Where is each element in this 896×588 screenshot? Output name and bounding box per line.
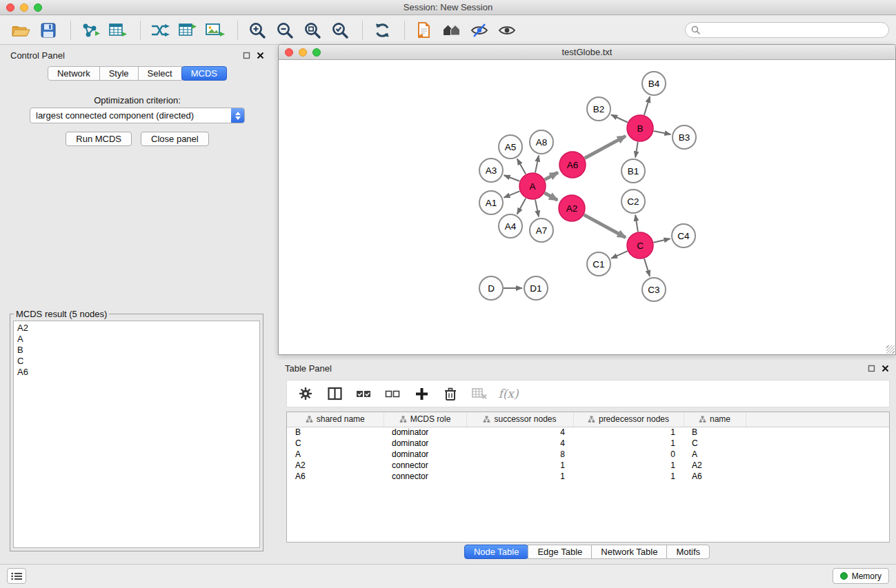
tab-node-table[interactable]: Node Table bbox=[464, 545, 529, 559]
network-node-B3[interactable]: B3 bbox=[673, 125, 696, 149]
run-mcds-button[interactable]: Run MCDS bbox=[66, 132, 132, 146]
close-network-window-button[interactable] bbox=[285, 48, 293, 57]
import-network-button[interactable] bbox=[78, 19, 103, 42]
network-edge-C-C2[interactable] bbox=[635, 215, 638, 232]
network-edge-C-C3[interactable] bbox=[644, 258, 650, 276]
network-node-B2[interactable]: B2 bbox=[587, 97, 610, 121]
zoom-fit-button[interactable] bbox=[300, 19, 325, 42]
network-node-A7[interactable]: A7 bbox=[530, 219, 553, 242]
network-node-D[interactable]: D bbox=[479, 276, 503, 300]
network-node-C4[interactable]: C4 bbox=[672, 224, 695, 247]
function-builder-button[interactable]: f(x) bbox=[497, 383, 520, 405]
network-edge-B-B4[interactable] bbox=[644, 97, 650, 115]
network-node-D1[interactable]: D1 bbox=[524, 276, 548, 300]
network-edge-A-A1[interactable] bbox=[504, 191, 520, 197]
tab-network-table[interactable]: Network Table bbox=[591, 545, 667, 559]
network-edge-A-A4[interactable] bbox=[517, 199, 526, 214]
network-edge-A-A6[interactable] bbox=[545, 172, 558, 179]
column-header-successor-nodes[interactable]: successor nodes bbox=[466, 412, 573, 427]
column-header-shared-name[interactable]: shared name bbox=[287, 412, 384, 427]
tab-select[interactable]: Select bbox=[138, 66, 182, 81]
mcds-result-item[interactable]: B bbox=[17, 345, 256, 356]
network-edge-B-B1[interactable] bbox=[635, 142, 638, 158]
network-node-A6[interactable]: A6 bbox=[559, 152, 586, 178]
network-node-A[interactable]: A bbox=[519, 173, 546, 199]
minimize-network-window-button[interactable] bbox=[299, 48, 307, 57]
network-edge-C-C1[interactable] bbox=[611, 251, 628, 258]
float-panel-button[interactable] bbox=[241, 50, 252, 61]
network-edge-A-A2[interactable] bbox=[544, 193, 557, 201]
welcome-screen-button[interactable] bbox=[439, 19, 464, 42]
graphics-details-button[interactable] bbox=[467, 19, 492, 42]
network-node-C2[interactable]: C2 bbox=[621, 190, 645, 213]
network-edge-A-A5[interactable] bbox=[517, 159, 526, 174]
network-node-A2[interactable]: A2 bbox=[559, 195, 585, 221]
tab-style[interactable]: Style bbox=[99, 66, 139, 81]
tab-motifs[interactable]: Motifs bbox=[666, 545, 710, 559]
save-session-button[interactable] bbox=[36, 19, 61, 42]
network-node-C[interactable]: C bbox=[627, 232, 653, 258]
network-node-A4[interactable]: A4 bbox=[499, 214, 522, 238]
network-edge-B-B2[interactable] bbox=[611, 115, 628, 123]
network-edge-A2-C[interactable] bbox=[584, 215, 626, 238]
column-header-predecessor-nodes[interactable]: predecessor nodes bbox=[573, 412, 684, 427]
table-row[interactable]: Adominator80A bbox=[287, 449, 889, 460]
search-box[interactable] bbox=[685, 22, 889, 38]
mcds-result-item[interactable]: A bbox=[17, 334, 256, 345]
export-network-button[interactable] bbox=[148, 19, 172, 42]
column-header-mcds-role[interactable]: MCDS role bbox=[384, 412, 466, 427]
tab-edge-table[interactable]: Edge Table bbox=[528, 545, 592, 559]
float-table-panel-button[interactable] bbox=[866, 363, 877, 374]
zoom-selected-button[interactable] bbox=[328, 19, 352, 42]
network-node-B4[interactable]: B4 bbox=[642, 72, 666, 95]
mcds-result-item[interactable]: A2 bbox=[17, 323, 256, 334]
export-image-button[interactable] bbox=[203, 19, 228, 42]
minimize-window-button[interactable] bbox=[20, 3, 28, 12]
refresh-view-button[interactable] bbox=[370, 19, 395, 42]
close-table-panel-button[interactable] bbox=[879, 363, 890, 374]
table-mode-button[interactable] bbox=[294, 383, 317, 405]
network-graph[interactable]: B4B2BB3A8A5A6A3B1AC2A1A2A4A7C4CC1DD1C3 bbox=[279, 60, 895, 354]
zoom-in-button[interactable] bbox=[245, 19, 270, 42]
tab-mcds[interactable]: MCDS bbox=[181, 66, 227, 81]
close-window-button[interactable] bbox=[6, 3, 14, 12]
mcds-result-item[interactable]: A6 bbox=[17, 367, 256, 378]
optimization-criterion-select[interactable]: largest connected component (directed) bbox=[30, 108, 245, 123]
network-edge-A6-B[interactable] bbox=[585, 136, 626, 158]
tab-network[interactable]: Network bbox=[48, 66, 100, 81]
network-edge-A-A7[interactable] bbox=[535, 200, 539, 217]
network-node-B[interactable]: B bbox=[627, 115, 653, 141]
export-table-button[interactable] bbox=[175, 19, 200, 42]
network-node-A3[interactable]: A3 bbox=[479, 159, 503, 182]
memory-button[interactable]: Memory bbox=[833, 568, 889, 584]
table-row[interactable]: Cdominator41C bbox=[287, 438, 889, 449]
network-edge-C-C4[interactable] bbox=[654, 239, 670, 242]
show-columns-button[interactable] bbox=[323, 383, 346, 405]
mcds-result-list[interactable]: A2ABCA6 bbox=[13, 321, 260, 548]
select-all-button[interactable] bbox=[352, 383, 375, 405]
network-node-C1[interactable]: C1 bbox=[587, 252, 610, 276]
birdseye-button[interactable] bbox=[495, 19, 519, 42]
delete-table-button[interactable] bbox=[468, 383, 491, 405]
network-node-A5[interactable]: A5 bbox=[499, 135, 522, 159]
zoom-out-button[interactable] bbox=[272, 19, 297, 42]
network-node-B1[interactable]: B1 bbox=[621, 159, 645, 183]
import-table-button[interactable] bbox=[106, 19, 130, 42]
close-mcds-panel-button[interactable]: Close panel bbox=[141, 132, 209, 146]
export-document-button[interactable] bbox=[412, 19, 437, 42]
network-node-A8[interactable]: A8 bbox=[530, 130, 553, 154]
table-row[interactable]: A6connector11A6 bbox=[287, 471, 889, 482]
network-edge-A-A3[interactable] bbox=[504, 175, 520, 181]
deselect-all-button[interactable] bbox=[381, 383, 404, 405]
show-panels-button[interactable] bbox=[7, 568, 26, 584]
network-node-A1[interactable]: A1 bbox=[479, 191, 503, 214]
mcds-result-item[interactable]: C bbox=[17, 356, 256, 367]
delete-column-button[interactable] bbox=[439, 383, 462, 405]
zoom-network-window-button[interactable] bbox=[312, 48, 321, 57]
table-row[interactable]: A2connector11A2 bbox=[287, 460, 889, 471]
network-edge-A-A8[interactable] bbox=[535, 156, 539, 173]
zoom-window-button[interactable] bbox=[34, 3, 42, 12]
close-panel-button[interactable] bbox=[255, 50, 266, 61]
network-node-C3[interactable]: C3 bbox=[642, 278, 666, 301]
search-input[interactable] bbox=[704, 26, 883, 35]
